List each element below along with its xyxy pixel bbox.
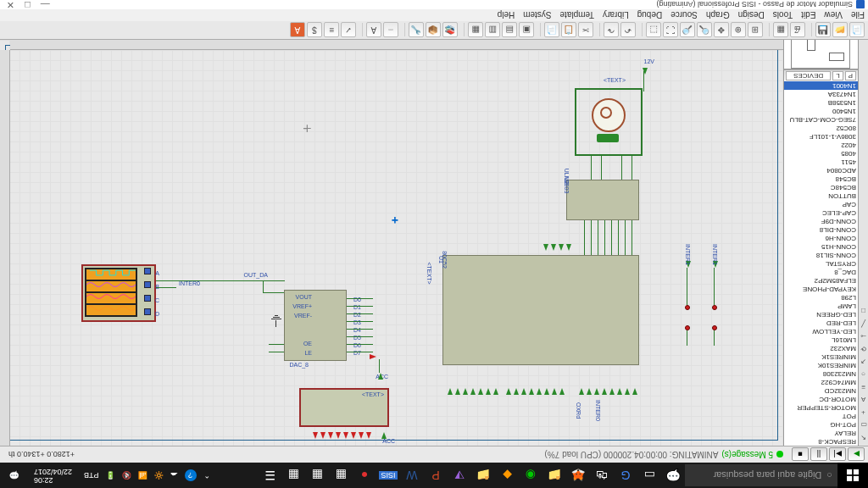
osc-port-c[interactable] <box>144 295 151 302</box>
device-item[interactable]: 1N4733A <box>784 90 858 98</box>
devices-tab[interactable]: DEVICES <box>786 71 831 80</box>
device-item[interactable]: MOTOR-DC <box>784 395 858 403</box>
device-item[interactable]: CRYSTAL <box>784 259 858 268</box>
chip-uln2803[interactable]: U2 ULN2803 <box>566 180 639 220</box>
maximize-button[interactable]: □ <box>25 0 31 10</box>
tool-rot[interactable]: ⟳ <box>860 343 868 355</box>
device-item[interactable]: MM74C922 <box>784 378 858 386</box>
filter-l[interactable]: L <box>832 71 843 80</box>
device-item[interactable]: CAP-ELEC <box>784 208 858 217</box>
taskbar-pdf-icon[interactable]: ● <box>353 463 376 488</box>
device-item[interactable]: LM016L <box>784 336 858 344</box>
menu-template[interactable]: Template <box>560 11 595 20</box>
tb-zoomarea[interactable]: ⬚ <box>646 23 661 38</box>
device-item[interactable]: 4511 <box>784 158 858 166</box>
tb-bom[interactable]: $ <box>307 23 322 38</box>
tb-area[interactable]: ▦ <box>773 23 788 38</box>
device-item[interactable]: MINRES1K <box>784 352 858 361</box>
chip-80c52[interactable]: U1 80C52 <box>442 255 639 365</box>
device-item[interactable]: MOTOR-STEPPER <box>784 403 858 412</box>
tool-text[interactable]: A <box>860 394 868 406</box>
tb-wire[interactable]: ⎓ <box>383 23 398 38</box>
taskbar-app3-icon[interactable]: 📁 <box>471 463 495 488</box>
device-item[interactable]: RELAY <box>784 429 858 437</box>
tray-battery-icon[interactable]: 🔋 <box>106 471 115 480</box>
tb-decomp[interactable]: 🔧 <box>409 23 424 38</box>
taskbar-app5-icon[interactable]: ▦ <box>305 463 329 488</box>
chip-dac8[interactable] <box>284 290 347 361</box>
oscilloscope[interactable]: D C B A <box>81 264 156 322</box>
menu-help[interactable]: Help <box>498 11 515 20</box>
tray-onedrive-icon[interactable]: ☁ <box>170 471 178 480</box>
device-item[interactable]: 1N5400 <box>784 107 858 115</box>
tb-print[interactable]: 🖨 <box>790 23 805 38</box>
taskbar-ppt-icon[interactable]: P <box>424 463 448 488</box>
device-item[interactable]: ADC0804 <box>784 166 858 175</box>
tb-pan[interactable]: ✥ <box>714 23 729 38</box>
tb-block3[interactable]: ▥ <box>485 23 500 38</box>
tb-text[interactable]: A <box>366 23 381 38</box>
tb-block4[interactable]: ▦ <box>468 23 483 38</box>
tb-save[interactable]: 💾 <box>815 23 831 38</box>
device-item[interactable]: NM232CD <box>784 386 858 395</box>
menu-tools[interactable]: Tools <box>773 11 793 20</box>
tb-zoomout[interactable]: 🔎 <box>680 23 695 38</box>
filter-p[interactable]: P <box>845 71 856 80</box>
device-item[interactable]: 4022 <box>784 141 858 149</box>
device-item[interactable]: ELFA85M2P2 <box>784 276 858 285</box>
menu-edit[interactable]: Edit <box>801 11 815 20</box>
tb-netlist[interactable]: ≡ <box>324 23 339 38</box>
menu-graph[interactable]: Graph <box>706 11 730 20</box>
menu-library[interactable]: Library <box>603 11 629 20</box>
osc-port-d[interactable] <box>144 308 151 315</box>
tray-volume-icon[interactable]: 🔇 <box>122 471 131 480</box>
device-item[interactable]: 1N4001 <box>784 81 858 90</box>
tb-origin[interactable]: ⊕ <box>731 23 746 38</box>
menu-source[interactable]: Source <box>670 11 698 20</box>
stepper-motor[interactable] <box>592 98 626 132</box>
device-item[interactable]: LED-RED <box>784 319 858 327</box>
device-item[interactable]: CONN-DIL8 <box>784 225 858 234</box>
device-item[interactable]: POT-HG <box>784 420 858 429</box>
device-item[interactable]: LED-GREEN <box>784 310 858 319</box>
device-item[interactable]: 3086V-1-101LF <box>784 132 858 141</box>
taskbar-store-icon[interactable]: 🛍 <box>590 463 614 488</box>
taskbar-chrome-icon[interactable]: G <box>614 463 637 488</box>
sim-play-button[interactable]: ▶ <box>848 448 865 462</box>
menu-design[interactable]: Design <box>738 11 765 20</box>
taskbar-isis-icon[interactable]: ISIS <box>376 463 400 488</box>
taskbar-firefox-icon[interactable]: 🦊 <box>566 463 590 488</box>
device-item[interactable]: POT <box>784 412 858 420</box>
tool-circle[interactable]: ○ <box>860 369 868 380</box>
taskbar-clock[interactable]: 22:06 22/04/2017 <box>29 467 77 484</box>
device-item[interactable]: RESPACK-8 <box>784 437 858 446</box>
device-item[interactable]: 80C52 <box>784 124 858 132</box>
tool-bus[interactable]: ≡ <box>860 381 868 393</box>
tb-new[interactable]: 📄 <box>849 23 865 38</box>
menu-system[interactable]: System <box>523 11 551 20</box>
tb-pkg[interactable]: 📦 <box>426 23 441 38</box>
tray-chevron-icon[interactable]: ⌃ <box>203 471 210 480</box>
tb-erc[interactable]: ✓ <box>341 23 356 38</box>
tb-zoomall[interactable]: ⛶ <box>663 23 678 38</box>
device-item[interactable]: 4085 <box>784 149 858 158</box>
sim-step-button[interactable]: ▶| <box>829 448 846 462</box>
taskbar-cortana-icon[interactable]: 💬 <box>661 463 685 488</box>
close-button[interactable]: ✕ <box>7 0 14 10</box>
tb-ares[interactable]: A <box>290 23 305 38</box>
tray-app-icon[interactable]: 🔆 <box>154 471 164 480</box>
tb-block1[interactable]: ▣ <box>519 23 534 38</box>
tb-lib[interactable]: 📚 <box>442 23 458 38</box>
probe-block[interactable]: <TEXT> <box>299 388 389 427</box>
tb-zoomin[interactable]: 🔍 <box>697 23 712 38</box>
taskbar-app6-icon[interactable]: ▦ <box>281 463 305 488</box>
device-item[interactable]: CAP <box>784 200 858 208</box>
taskbar-vs-icon[interactable]: ⧩ <box>448 463 471 488</box>
taskbar-app4-icon[interactable]: ▦ <box>329 463 353 488</box>
device-item[interactable]: 7SEG-COM-CAT-BLU <box>784 115 858 124</box>
tool-pin[interactable]: ⊸ <box>860 330 868 342</box>
vertical-scrollbar[interactable] <box>0 50 10 446</box>
tb-cut[interactable]: ✂ <box>578 23 593 38</box>
device-item[interactable]: NM232308 <box>784 369 858 378</box>
start-button[interactable] <box>837 463 868 488</box>
